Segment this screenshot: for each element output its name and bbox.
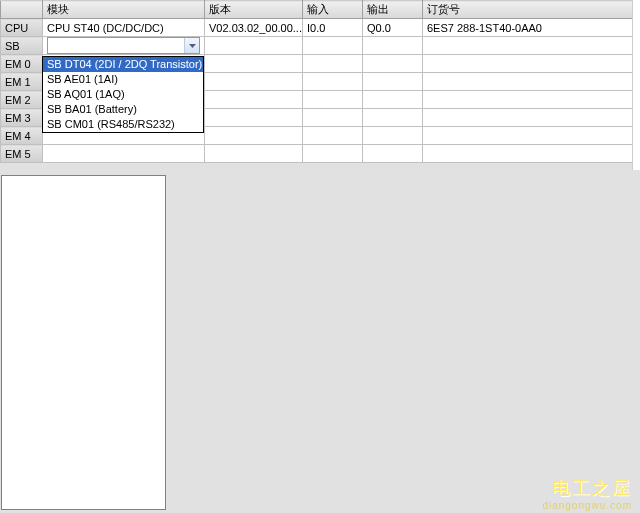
cell-input[interactable] [303, 55, 363, 73]
table-row[interactable]: SB [1, 37, 641, 55]
cell-input[interactable] [303, 91, 363, 109]
dropdown-option[interactable]: SB BA01 (Battery) [43, 102, 203, 117]
cell-output[interactable] [363, 55, 423, 73]
cell-order[interactable] [423, 91, 641, 109]
cell-input[interactable] [303, 73, 363, 91]
cell-version[interactable] [205, 127, 303, 145]
right-scrollbar-gutter [632, 0, 640, 170]
col-input[interactable]: 输入 [303, 1, 363, 19]
module-dropdown-list[interactable]: SB DT04 (2DI / 2DQ Transistor)SB AE01 (1… [42, 56, 204, 133]
row-header[interactable]: EM 0 [1, 55, 43, 73]
cell-input[interactable]: I0.0 [303, 19, 363, 37]
cell-output[interactable] [363, 145, 423, 163]
cell-order[interactable] [423, 37, 641, 55]
watermark-url: diangongwu.com [542, 500, 632, 511]
cell-version[interactable] [205, 109, 303, 127]
col-output[interactable]: 输出 [363, 1, 423, 19]
cell-version[interactable] [205, 145, 303, 163]
dropdown-option[interactable]: SB DT04 (2DI / 2DQ Transistor) [43, 57, 203, 72]
col-order[interactable]: 订货号 [423, 1, 641, 19]
cell-version[interactable] [205, 73, 303, 91]
row-header[interactable]: EM 5 [1, 145, 43, 163]
cell-input[interactable] [303, 37, 363, 55]
cell-module[interactable] [43, 145, 205, 163]
table-row[interactable]: EM 5 [1, 145, 641, 163]
dropdown-option[interactable]: SB AE01 (1AI) [43, 72, 203, 87]
cell-version[interactable] [205, 91, 303, 109]
watermark: 电工之屋 diangongwu.com [542, 476, 632, 511]
module-combobox-text[interactable] [48, 38, 184, 53]
cell-order[interactable] [423, 109, 641, 127]
cell-order[interactable] [423, 73, 641, 91]
cell-version[interactable]: V02.03.02_00.00... [205, 19, 303, 37]
module-combobox[interactable] [47, 37, 200, 54]
module-dropdown-cell[interactable] [43, 37, 205, 55]
cell-order[interactable] [423, 145, 641, 163]
cell-output[interactable] [363, 127, 423, 145]
cell-order[interactable] [423, 127, 641, 145]
watermark-title: 电工之屋 [542, 476, 632, 500]
dropdown-option[interactable]: SB CM01 (RS485/RS232) [43, 117, 203, 132]
table-row[interactable]: CPUCPU ST40 (DC/DC/DC)V02.03.02_00.00...… [1, 19, 641, 37]
col-module[interactable]: 模块 [43, 1, 205, 19]
cell-order[interactable]: 6ES7 288-1ST40-0AA0 [423, 19, 641, 37]
dropdown-option[interactable]: SB AQ01 (1AQ) [43, 87, 203, 102]
row-header[interactable]: EM 3 [1, 109, 43, 127]
col-version[interactable]: 版本 [205, 1, 303, 19]
row-header[interactable]: EM 1 [1, 73, 43, 91]
corner-cell [1, 1, 43, 19]
cell-order[interactable] [423, 55, 641, 73]
cell-output[interactable]: Q0.0 [363, 19, 423, 37]
cell-input[interactable] [303, 145, 363, 163]
row-header[interactable]: EM 2 [1, 91, 43, 109]
property-panel[interactable] [1, 175, 166, 510]
cell-input[interactable] [303, 109, 363, 127]
chevron-down-icon[interactable] [184, 38, 199, 53]
cell-output[interactable] [363, 37, 423, 55]
cell-input[interactable] [303, 127, 363, 145]
row-header[interactable]: SB [1, 37, 43, 55]
cell-output[interactable] [363, 73, 423, 91]
row-header[interactable]: EM 4 [1, 127, 43, 145]
cell-version[interactable] [205, 55, 303, 73]
row-header[interactable]: CPU [1, 19, 43, 37]
cell-output[interactable] [363, 109, 423, 127]
cell-module[interactable]: CPU ST40 (DC/DC/DC) [43, 19, 205, 37]
svg-marker-0 [189, 44, 196, 48]
cell-output[interactable] [363, 91, 423, 109]
cell-version[interactable] [205, 37, 303, 55]
